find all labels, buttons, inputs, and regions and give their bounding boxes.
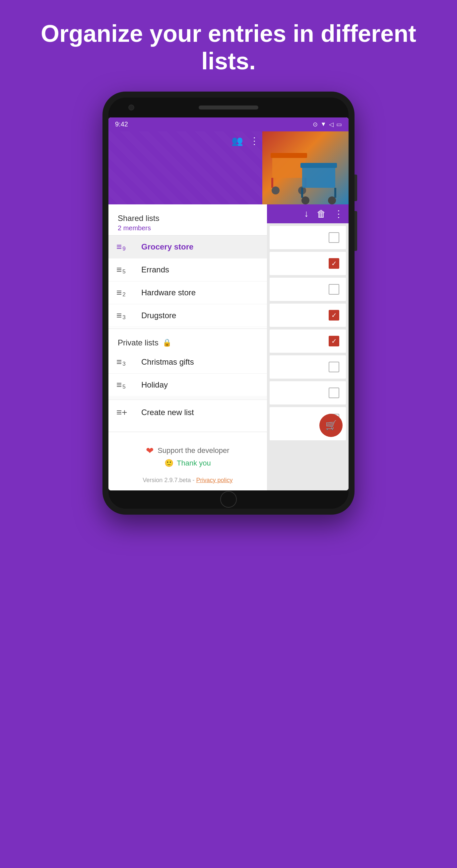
list-icon-4: ≡ bbox=[117, 311, 122, 320]
private-section-header: Private lists 🔒 bbox=[108, 330, 267, 351]
shared-section-subtitle: 2 members bbox=[118, 224, 258, 232]
list-count-christmas: 3 bbox=[122, 361, 125, 367]
list-icon-5: ≡ bbox=[117, 358, 122, 367]
svg-point-10 bbox=[301, 196, 309, 205]
side-button-2 bbox=[355, 211, 357, 251]
list-name-holiday: Holiday bbox=[141, 380, 168, 390]
list-item-icon-holiday: ≡ 5 bbox=[117, 380, 135, 390]
phone-mockup: 9:42 ⊙ ▼ ◁ ▭ bbox=[99, 92, 358, 515]
checkbox-2[interactable]: ✓ bbox=[329, 258, 339, 269]
drawer-layout: Shared lists 2 members ≡ 9 Grocery store bbox=[108, 205, 349, 490]
support-row: ❤ Support the developer bbox=[118, 445, 258, 456]
side-button-1 bbox=[355, 175, 357, 201]
list-item-icon-errands: ≡ 5 bbox=[117, 265, 135, 274]
list-item-grocery[interactable]: ≡ 9 Grocery store bbox=[108, 236, 267, 258]
list-icon-2: ≡ bbox=[117, 265, 122, 274]
thank-you-text: Thank you bbox=[177, 459, 211, 467]
list-item-errands[interactable]: ≡ 5 Errands bbox=[108, 258, 267, 281]
section-divider bbox=[108, 329, 267, 329]
list-count-hardware: 2 bbox=[122, 291, 125, 298]
more-icon[interactable]: ⋮ bbox=[334, 208, 343, 219]
list-name-errands: Errands bbox=[141, 265, 169, 274]
list-count-grocery: 9 bbox=[122, 246, 125, 252]
checkbox-1[interactable] bbox=[329, 232, 339, 243]
table-row bbox=[270, 355, 346, 379]
content-panel: ↓ 🗑 ⋮ ✓ bbox=[267, 205, 349, 490]
list-item-icon-hardware: ≡ 2 bbox=[117, 288, 135, 297]
sort-icon[interactable]: ↓ bbox=[304, 208, 309, 219]
list-count-drugstore: 3 bbox=[122, 314, 125, 321]
list-item-icon-drugstore: ≡ 3 bbox=[117, 311, 135, 320]
version-text: Version 2.9.7.beta - Privacy policy bbox=[118, 477, 258, 484]
header-cart-image bbox=[262, 131, 349, 205]
list-item-icon-christmas: ≡ 3 bbox=[117, 358, 135, 367]
create-list-icon: ≡+ bbox=[117, 407, 135, 418]
private-title: Private lists bbox=[118, 338, 159, 347]
list-name-drugstore: Drugstore bbox=[141, 311, 176, 320]
table-row: ✓ bbox=[270, 252, 346, 275]
list-icon-6: ≡ bbox=[117, 380, 122, 390]
status-icons: ⊙ ▼ ◁ ▭ bbox=[313, 121, 342, 128]
list-name-grocery: Grocery store bbox=[141, 242, 193, 251]
home-button[interactable] bbox=[220, 491, 237, 508]
list-count-errands: 5 bbox=[122, 269, 125, 275]
svg-point-11 bbox=[328, 196, 336, 205]
phone-bottom-bar bbox=[108, 490, 349, 509]
list-count-holiday: 5 bbox=[122, 383, 125, 390]
location-icon: ⊙ bbox=[313, 121, 318, 128]
status-bar: 9:42 ⊙ ▼ ◁ ▭ bbox=[108, 118, 349, 131]
header-action-icons: 👥 ⋮ bbox=[231, 135, 259, 146]
list-item-christmas[interactable]: ≡ 3 Christmas gifts bbox=[108, 351, 267, 374]
svg-point-4 bbox=[272, 186, 280, 194]
list-icon: ≡ bbox=[117, 242, 122, 251]
smile-icon: 🙂 bbox=[164, 459, 173, 467]
list-icon-3: ≡ bbox=[117, 288, 122, 297]
more-options-icon[interactable]: ⋮ bbox=[250, 135, 259, 146]
section-divider-2 bbox=[108, 398, 267, 398]
signal-icon: ◁ bbox=[329, 121, 334, 128]
svg-rect-7 bbox=[300, 163, 337, 168]
privacy-policy-link[interactable]: Privacy policy bbox=[196, 477, 232, 484]
wifi-icon: ▼ bbox=[320, 121, 326, 128]
status-time: 9:42 bbox=[115, 120, 128, 128]
svg-rect-1 bbox=[271, 153, 307, 158]
list-name-hardware: Hardware store bbox=[141, 288, 196, 297]
list-item-hardware[interactable]: ≡ 2 Hardware store bbox=[108, 281, 267, 304]
app-header: 👥 ⋮ bbox=[108, 131, 349, 205]
table-row: ✓ bbox=[270, 330, 346, 353]
phone-screen: 9:42 ⊙ ▼ ◁ ▭ bbox=[108, 118, 349, 490]
support-section: ❤ Support the developer 🙂 Thank you Vers… bbox=[108, 432, 267, 490]
checkbox-5[interactable]: ✓ bbox=[329, 336, 339, 346]
checkbox-6[interactable] bbox=[329, 362, 339, 372]
phone-body: 9:42 ⊙ ▼ ◁ ▭ bbox=[102, 92, 355, 515]
checkbox-7[interactable] bbox=[329, 388, 339, 398]
phone-camera bbox=[128, 104, 134, 111]
list-item-icon-grocery: ≡ 9 bbox=[117, 242, 135, 251]
table-row bbox=[270, 381, 346, 404]
table-row bbox=[270, 226, 346, 249]
lock-icon: 🔒 bbox=[163, 338, 171, 347]
shared-section-header: Shared lists 2 members bbox=[108, 205, 267, 236]
thank-you-row: 🙂 Thank you bbox=[118, 459, 258, 467]
shared-section-title: Shared lists bbox=[118, 214, 258, 223]
group-icon[interactable]: 👥 bbox=[231, 135, 243, 146]
table-row: ✓ bbox=[270, 304, 346, 327]
heart-icon: ❤ bbox=[146, 445, 154, 456]
fab-add-button[interactable]: 🛒 bbox=[319, 414, 342, 437]
phone-top-bar bbox=[108, 98, 349, 118]
checkbox-4[interactable]: ✓ bbox=[329, 310, 339, 320]
create-list-label: Create new list bbox=[141, 408, 194, 417]
table-row: 🛒 bbox=[270, 407, 346, 440]
check-rows: ✓ ✓ ✓ bbox=[267, 223, 349, 445]
content-toolbar: ↓ 🗑 ⋮ bbox=[267, 205, 349, 223]
list-item-holiday[interactable]: ≡ 5 Holiday bbox=[108, 374, 267, 397]
hero-title: Organize your entries in different lists… bbox=[0, 0, 457, 92]
battery-icon: ▭ bbox=[336, 121, 342, 128]
version-number: Version 2.9.7.beta - bbox=[142, 477, 196, 484]
delete-icon[interactable]: 🗑 bbox=[317, 208, 326, 219]
svg-rect-6 bbox=[302, 164, 335, 188]
support-text: Support the developer bbox=[158, 446, 229, 455]
create-new-list-item[interactable]: ≡+ Create new list bbox=[108, 400, 267, 425]
list-item-drugstore[interactable]: ≡ 3 Drugstore bbox=[108, 304, 267, 327]
checkbox-3[interactable] bbox=[329, 284, 339, 294]
